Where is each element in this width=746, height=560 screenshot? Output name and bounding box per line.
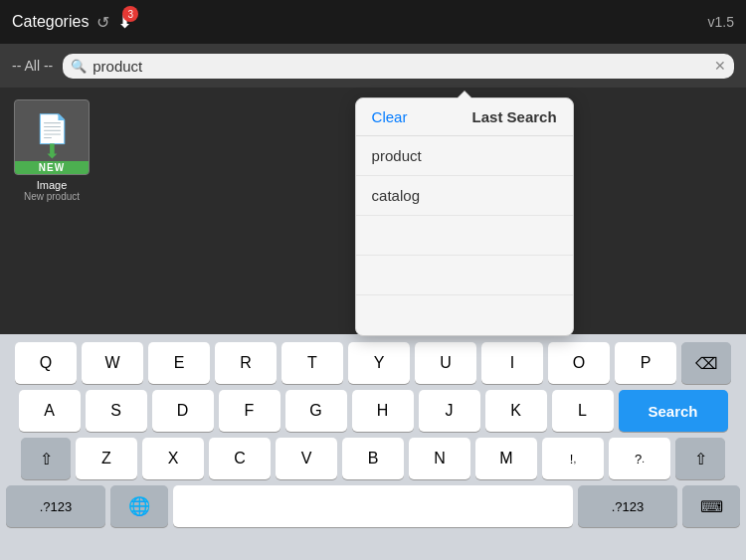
refresh-icon[interactable]: ↺	[96, 13, 109, 32]
dropdown-item-catalog[interactable]: catalog	[356, 176, 573, 216]
notification-badge: 3	[122, 6, 138, 22]
keyboard: Q W E R T Y U I O P ⌫ A S D F G H J K L …	[0, 334, 746, 560]
keyboard-row-3: ⇧ Z X C V B N M !, ?. ⇧	[4, 438, 742, 479]
key-a[interactable]: A	[19, 390, 81, 432]
delete-key[interactable]: ⌫	[681, 342, 731, 384]
keyboard-bottom-row: .?123 🌐 .?123 ⌨	[4, 485, 742, 527]
key-f[interactable]: F	[219, 390, 280, 432]
key-i[interactable]: I	[481, 342, 543, 384]
key-n[interactable]: N	[409, 438, 470, 479]
space-key[interactable]	[173, 485, 573, 527]
key-p[interactable]: P	[615, 342, 676, 384]
shift-key[interactable]: ⇧	[21, 438, 71, 479]
filter-label: -- All --	[12, 58, 53, 74]
key-v[interactable]: V	[276, 438, 337, 479]
key-q[interactable]: Q	[15, 342, 77, 384]
search-input-wrapper: 🔍 ✕	[63, 54, 734, 79]
notification-button[interactable]: ⬇ 3	[117, 11, 132, 33]
search-input[interactable]	[93, 58, 708, 75]
key-k[interactable]: K	[485, 390, 547, 432]
new-badge: NEW	[15, 161, 89, 174]
key-e[interactable]: E	[148, 342, 210, 384]
dropdown-empty-3	[356, 295, 573, 335]
search-dropdown: Clear Last Search product catalog	[355, 97, 574, 336]
product-thumbnail: 📄 ⬇ NEW	[14, 99, 90, 175]
download-arrow-icon: ⬇	[44, 139, 61, 163]
key-j[interactable]: J	[419, 390, 480, 432]
key-exclaim[interactable]: !,	[542, 438, 604, 479]
dropdown-empty-2	[356, 256, 573, 295]
categories-label: Categories	[12, 13, 89, 31]
numbers-key-left[interactable]: .?123	[6, 485, 105, 527]
search-icon: 🔍	[71, 59, 87, 74]
last-search-label: Last Search	[415, 108, 556, 125]
key-t[interactable]: T	[281, 342, 343, 384]
clear-input-button[interactable]: ✕	[714, 58, 726, 74]
top-bar: Categories ↺ ⬇ 3 v1.5	[0, 0, 746, 44]
search-row: -- All -- 🔍 ✕ Clear Last Search product …	[0, 44, 746, 88]
globe-key[interactable]: 🌐	[110, 485, 168, 527]
clear-button[interactable]: Clear	[372, 108, 408, 125]
version-label: v1.5	[708, 14, 734, 30]
numbers-key-right[interactable]: .?123	[578, 485, 677, 527]
search-key[interactable]: Search	[619, 390, 728, 432]
key-h[interactable]: H	[352, 390, 414, 432]
key-c[interactable]: C	[209, 438, 271, 479]
key-question[interactable]: ?.	[609, 438, 670, 479]
key-s[interactable]: S	[86, 390, 147, 432]
dropdown-item-product[interactable]: product	[356, 136, 573, 176]
key-y[interactable]: Y	[348, 342, 410, 384]
key-o[interactable]: O	[548, 342, 610, 384]
key-z[interactable]: Z	[76, 438, 137, 479]
key-w[interactable]: W	[82, 342, 143, 384]
key-b[interactable]: B	[342, 438, 404, 479]
product-card-subtitle: New product	[24, 191, 80, 202]
keyboard-row-2: A S D F G H J K L Search	[4, 390, 742, 432]
key-m[interactable]: M	[475, 438, 537, 479]
dropdown-header: Clear Last Search	[356, 98, 573, 136]
key-g[interactable]: G	[285, 390, 347, 432]
key-d[interactable]: D	[152, 390, 214, 432]
key-r[interactable]: R	[215, 342, 277, 384]
keyboard-row-1: Q W E R T Y U I O P ⌫	[4, 342, 742, 384]
search-box: 🔍 ✕ Clear Last Search product catalog	[63, 54, 734, 79]
keyboard-hide-key[interactable]: ⌨	[682, 485, 740, 527]
dropdown-empty-1	[356, 216, 573, 256]
key-l[interactable]: L	[552, 390, 614, 432]
shift-key-right[interactable]: ⇧	[675, 438, 725, 479]
product-card[interactable]: 📄 ⬇ NEW Image New product	[12, 99, 92, 202]
key-u[interactable]: U	[415, 342, 476, 384]
key-x[interactable]: X	[142, 438, 204, 479]
product-card-label: Image	[37, 179, 68, 191]
